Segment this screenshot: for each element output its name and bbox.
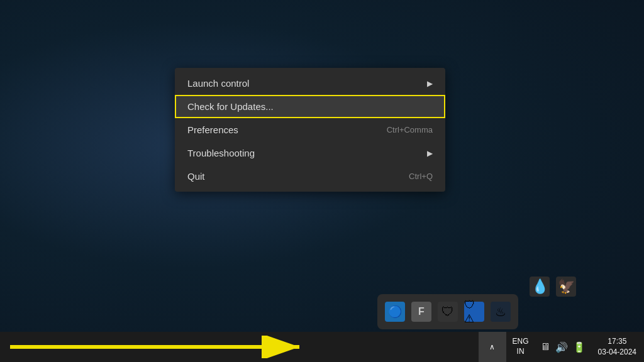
lang-line2: IN	[517, 347, 525, 357]
volume-icon[interactable]: 🔊	[555, 341, 568, 353]
taskbar: ∧ ENG IN 🖥 🔊 🔋 17:35 03-04-2024	[0, 332, 644, 362]
language-indicator[interactable]: ENG IN	[506, 332, 535, 362]
submenu-arrow-icon: ▶	[427, 79, 433, 88]
menu-item-label: Launch control	[187, 78, 249, 89]
menu-item-shortcut: Ctrl+Q	[409, 172, 433, 181]
menu-item-check-updates[interactable]: Check for Updates...	[175, 95, 445, 118]
tray-icon-droplet[interactable]: 💧	[530, 277, 550, 297]
menu-item-label: Quit	[187, 171, 205, 182]
tray-icon-shield[interactable]: 🛡	[438, 302, 458, 322]
menu-item-label: Check for Updates...	[187, 101, 274, 112]
monitor-icon[interactable]: 🖥	[540, 341, 550, 353]
tray-icon-bluetooth[interactable]: 🔵	[385, 302, 405, 322]
tray-icon-security-warning[interactable]: 🛡⚠	[464, 302, 484, 322]
submenu-arrow-icon: ▶	[427, 149, 433, 158]
tray-popup: 🔵 F 🛡 🛡⚠ ♨	[377, 294, 518, 329]
show-hidden-icons-button[interactable]: ∧	[479, 332, 506, 362]
context-menu: Launch control ▶ Check for Updates... Pr…	[175, 68, 445, 192]
menu-item-quit[interactable]: Quit Ctrl+Q	[175, 165, 445, 188]
lang-line1: ENG	[513, 337, 529, 347]
yellow-arrow-annotation	[10, 336, 312, 358]
menu-item-troubleshooting[interactable]: Troubleshooting ▶	[175, 141, 445, 165]
taskbar-left	[0, 336, 479, 358]
clock-time: 17:35	[608, 336, 626, 347]
chevron-up-icon: ∧	[489, 343, 495, 351]
tray-icon-font[interactable]: F	[411, 302, 431, 322]
menu-item-shortcut: Ctrl+Comma	[387, 125, 433, 134]
system-icons: 🖥 🔊 🔋	[535, 332, 591, 362]
clock[interactable]: 17:35 03-04-2024	[591, 332, 644, 362]
menu-item-label: Preferences	[187, 124, 238, 135]
clock-date: 03-04-2024	[598, 347, 636, 358]
menu-item-launch-control[interactable]: Launch control ▶	[175, 72, 445, 95]
battery-icon[interactable]: 🔋	[573, 341, 586, 353]
tray-icon-vpn[interactable]: 🦅	[556, 277, 576, 297]
menu-item-label: Troubleshooting	[187, 148, 255, 158]
tray-icon-steam[interactable]: ♨	[491, 302, 511, 322]
menu-item-preferences[interactable]: Preferences Ctrl+Comma	[175, 118, 445, 141]
